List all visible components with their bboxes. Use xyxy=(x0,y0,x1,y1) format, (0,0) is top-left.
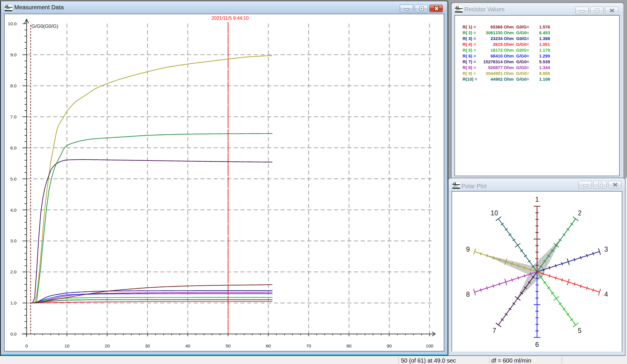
svg-text:50: 50 xyxy=(225,343,231,348)
svg-text:4: 4 xyxy=(604,290,608,298)
svg-text:0.0: 0.0 xyxy=(10,331,17,336)
svg-text:9.0: 9.0 xyxy=(10,52,17,57)
svg-text:30: 30 xyxy=(145,343,150,348)
svg-text:6: 6 xyxy=(535,340,539,348)
svg-text:10: 10 xyxy=(65,343,70,348)
svg-text:10: 10 xyxy=(490,209,498,217)
svg-text:6.0: 6.0 xyxy=(10,145,17,150)
svg-text:2: 2 xyxy=(578,209,581,217)
svg-text:7.0: 7.0 xyxy=(10,114,17,119)
svg-text:0: 0 xyxy=(25,343,28,348)
svg-text:70: 70 xyxy=(306,343,311,348)
svg-text:3: 3 xyxy=(604,246,608,253)
svg-text:G/G0(G0/G): G/G0(G0/G) xyxy=(31,24,58,29)
svg-text:1.0: 1.0 xyxy=(10,300,17,305)
svg-text:4.0: 4.0 xyxy=(10,208,17,212)
svg-text:1: 1 xyxy=(535,195,539,203)
svg-text:7: 7 xyxy=(492,327,496,334)
svg-text:60: 60 xyxy=(266,343,271,348)
svg-text:90: 90 xyxy=(387,343,392,348)
svg-text:5: 5 xyxy=(578,327,581,334)
svg-text:8: 8 xyxy=(466,290,470,298)
svg-text:40: 40 xyxy=(185,343,191,348)
svg-text:2021/11/5 9:44:10: 2021/11/5 9:44:10 xyxy=(212,16,249,21)
svg-text:20: 20 xyxy=(105,343,110,348)
svg-text:10.0: 10.0 xyxy=(8,21,17,26)
svg-text:5.0: 5.0 xyxy=(10,176,17,181)
svg-text:2.0: 2.0 xyxy=(10,269,17,274)
svg-text:80: 80 xyxy=(346,343,352,348)
svg-text:9: 9 xyxy=(466,246,470,253)
svg-text:100: 100 xyxy=(426,343,433,348)
svg-text:8.0: 8.0 xyxy=(10,83,17,88)
svg-text:3.0: 3.0 xyxy=(10,238,17,243)
